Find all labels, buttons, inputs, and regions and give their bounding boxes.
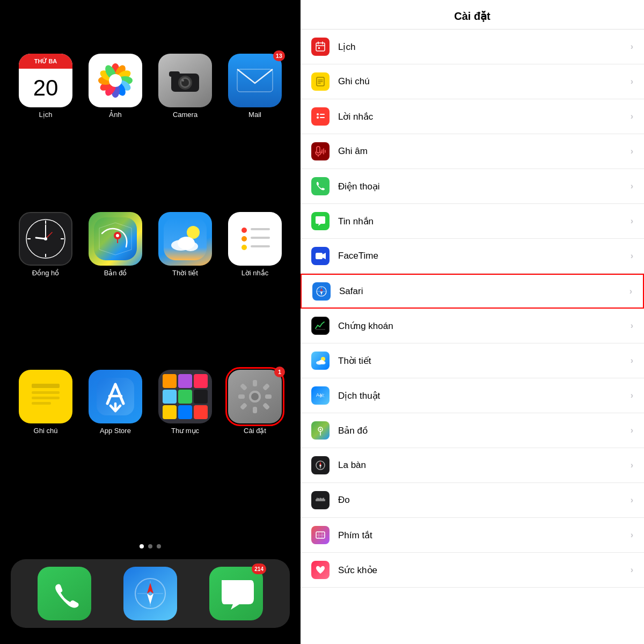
app-mail[interactable]: 13 Mail <box>225 54 284 201</box>
folder-icon <box>158 370 212 423</box>
dock-phone-icon <box>38 567 91 620</box>
weather-icon <box>158 212 212 266</box>
calendar-icon: THỨ BA 20 <box>19 54 72 107</box>
svg-rect-44 <box>251 245 270 247</box>
settings-item-tin-nhan[interactable]: Tin nhắn › <box>301 204 644 239</box>
settings-item-loi-nhac[interactable]: Lời nhắc › <box>301 99 644 134</box>
settings-icon-do <box>311 491 330 509</box>
svg-rect-42 <box>251 237 270 239</box>
svg-rect-81 <box>317 147 320 153</box>
cal-day: 20 <box>33 69 58 107</box>
app-label-weather: Thời tiết <box>172 269 198 277</box>
chevron-do: › <box>631 495 633 505</box>
settings-item-chung-khoan[interactable]: Chứng khoán › <box>301 309 644 343</box>
svg-point-12 <box>109 74 122 87</box>
chevron-la-ban: › <box>631 460 633 470</box>
settings-item-facetime[interactable]: FaceTime › <box>301 239 644 274</box>
settings-icon-phim-tat <box>311 526 330 544</box>
chevron-facetime: › <box>631 251 633 261</box>
svg-rect-53 <box>253 380 257 386</box>
maps-icon <box>89 212 142 266</box>
svg-point-34 <box>187 226 200 239</box>
svg-rect-49 <box>32 402 51 405</box>
label-tin-nhan: Tin nhắn <box>338 216 631 227</box>
home-screen: THỨ BA 20 Lịch <box>0 0 301 644</box>
clock-icon <box>19 212 72 266</box>
settings-item-suc-khoe[interactable]: Sức khỏe › <box>301 553 644 588</box>
settings-item-lich[interactable]: Lịch › <box>301 30 644 64</box>
mail-badge: 13 <box>273 50 285 61</box>
settings-item-dien-thoai[interactable]: Điện thoại › <box>301 169 644 204</box>
chevron-phim-tat: › <box>631 530 633 540</box>
dock-safari[interactable] <box>123 567 177 620</box>
settings-item-phim-tat[interactable]: Phím tắt › <box>301 518 644 553</box>
label-chung-khoan: Chứng khoán <box>338 320 631 332</box>
settings-item-do[interactable]: Đo › <box>301 483 644 518</box>
label-safari: Safari <box>339 286 630 297</box>
dock: 214 <box>11 559 290 628</box>
svg-text:A: A <box>316 392 319 398</box>
settings-item-ghi-am[interactable]: Ghi âm › <box>301 134 644 169</box>
settings-icon-loi-nhac <box>311 107 330 126</box>
settings-panel: Cài đặt Lịch › <box>301 0 644 644</box>
settings-icon-la-ban <box>311 456 330 474</box>
settings-item-ghi-chu[interactable]: Ghi chú › <box>301 64 644 99</box>
svg-rect-56 <box>265 394 272 399</box>
settings-icon-safari <box>312 282 331 301</box>
svg-rect-40 <box>251 228 270 230</box>
settings-item-ban-do[interactable]: Bản đồ › <box>301 413 644 448</box>
svg-rect-54 <box>253 407 257 413</box>
svg-point-37 <box>183 241 198 251</box>
dock-messages[interactable]: 214 <box>209 567 263 620</box>
svg-point-39 <box>241 228 247 233</box>
settings-item-dich-thuat[interactable]: A 文 Dịch thuật › <box>301 378 644 413</box>
svg-rect-86 <box>316 253 323 259</box>
label-dien-thoai: Điện thoại <box>338 181 631 192</box>
label-loi-nhac: Lời nhắc <box>338 111 631 122</box>
settings-item-la-ban[interactable]: La bàn › <box>301 448 644 483</box>
label-thoi-tiet: Thời tiết <box>338 355 631 367</box>
app-appstore[interactable]: App Store <box>86 370 145 517</box>
settings-item-thoi-tiet[interactable]: Thời tiết › <box>301 343 644 378</box>
app-label-mail: Mail <box>248 111 261 119</box>
settings-badge: 1 <box>274 367 285 377</box>
svg-marker-87 <box>323 253 326 259</box>
svg-point-77 <box>317 113 319 115</box>
svg-point-79 <box>317 116 319 119</box>
svg-rect-57 <box>240 383 247 391</box>
svg-rect-58 <box>262 383 270 391</box>
chevron-ghi-am: › <box>631 147 633 156</box>
app-weather[interactable]: Thời tiết <box>156 212 215 360</box>
chevron-lich: › <box>631 42 633 52</box>
svg-rect-59 <box>240 402 247 410</box>
camera-icon <box>158 54 212 107</box>
dot-1 <box>140 544 144 548</box>
settings-icon-dien-thoai <box>311 177 330 195</box>
app-photos[interactable]: Ảnh <box>86 54 145 201</box>
app-settings[interactable]: 1 <box>225 370 284 517</box>
settings-item-safari[interactable]: Safari › <box>301 274 644 309</box>
svg-point-102 <box>320 429 321 430</box>
chevron-suc-khoe: › <box>631 565 633 575</box>
app-label-settings: Cài đặt <box>244 427 266 435</box>
app-camera[interactable]: Camera <box>156 54 215 201</box>
settings-icon-dich-thuat: A 文 <box>311 386 330 405</box>
svg-rect-46 <box>32 384 60 388</box>
dock-phone[interactable] <box>38 567 91 620</box>
app-folder[interactable]: Thư mục <box>156 370 215 517</box>
app-notes[interactable]: Ghi chú <box>16 370 75 517</box>
settings-title: Cài đặt <box>301 0 644 30</box>
app-label-folder: Thư mục <box>171 427 199 435</box>
chevron-dien-thoai: › <box>631 181 633 191</box>
label-ban-do: Bản đồ <box>338 425 631 436</box>
label-ghi-chu: Ghi chú <box>338 76 631 87</box>
app-calendar[interactable]: THỨ BA 20 Lịch <box>16 54 75 201</box>
svg-rect-47 <box>32 391 60 394</box>
svg-point-28 <box>44 237 47 240</box>
chevron-ban-do: › <box>631 426 633 435</box>
svg-rect-60 <box>262 402 270 410</box>
app-maps[interactable]: Bản đồ <box>86 212 145 360</box>
app-clock[interactable]: Đồng hồ <box>16 212 75 360</box>
app-reminders[interactable]: Lời nhắc <box>225 212 284 360</box>
app-grid: THỨ BA 20 Lịch <box>0 21 301 528</box>
